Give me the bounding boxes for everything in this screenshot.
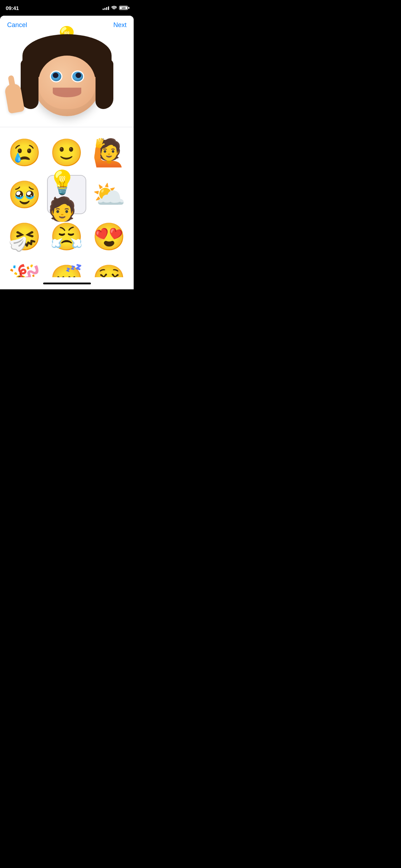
sticker-sleeping-emoji: 😴 [50, 265, 83, 278]
sticker-crying-emoji: 😢 [8, 139, 41, 166]
sticker-row-1: 😢 🙂 🙋 [4, 133, 130, 172]
cancel-button[interactable]: Cancel [7, 21, 27, 29]
battery-level: 100 [120, 6, 127, 9]
sticker-crying[interactable]: 😢 [5, 133, 44, 172]
sticker-huffing-emoji: 😤 [50, 223, 83, 250]
sticker-stop-emoji: 🙋 [92, 139, 126, 166]
memoji-figure [31, 45, 103, 116]
status-bar: 09:41 100 [0, 0, 134, 16]
sticker-huffing[interactable]: 😤 [47, 217, 86, 256]
home-indicator [0, 277, 134, 289]
status-time: 09:41 [6, 5, 19, 11]
home-bar [43, 283, 91, 284]
sticker-hearts[interactable]: 😍 [89, 217, 129, 256]
sticker-idea-selected[interactable]: 💡🧑 [47, 175, 86, 214]
wifi-icon [111, 5, 117, 11]
sticker-party[interactable]: 🎉 [5, 259, 44, 277]
sticker-sneezing-emoji: 🥹 [8, 181, 41, 208]
sticker-blowing-nose[interactable]: 🤧 [5, 217, 44, 256]
sticker-row-2: 🥹 💡🧑 ⛅ [4, 175, 130, 214]
signal-bars-icon [103, 6, 109, 10]
preview-area: 💡 [0, 34, 134, 127]
sticker-party-emoji: 🎉 [8, 265, 41, 278]
sticker-dizzy-emoji: 😵 [92, 265, 126, 278]
sticker-hearts-emoji: 😍 [92, 223, 126, 250]
main-container: Cancel Next 💡 [0, 16, 134, 289]
sticker-blowing-nose-emoji: 🤧 [8, 223, 41, 250]
sticker-sleeping[interactable]: 😴 [47, 259, 86, 277]
memoji-display: 💡 [24, 38, 110, 123]
sticker-sneezing[interactable]: 🥹 [5, 175, 44, 214]
sticker-dizzy[interactable]: 😵 [89, 259, 129, 277]
sticker-smiling[interactable]: 🙂 [47, 133, 86, 172]
battery-icon: 100 [119, 6, 128, 10]
next-button[interactable]: Next [113, 21, 127, 29]
sticker-stop[interactable]: 🙋 [89, 133, 129, 172]
sticker-row-4: 🎉 😴 😵 [4, 259, 130, 277]
sticker-dreaming-emoji: ⛅ [92, 181, 126, 208]
status-icons: 100 [103, 5, 128, 11]
sticker-grid: 😢 🙂 🙋 🥹 💡🧑 [0, 127, 134, 277]
sticker-dreaming[interactable]: ⛅ [89, 175, 129, 214]
sticker-row-3: 🤧 😤 😍 [4, 217, 130, 256]
sticker-smiling-emoji: 🙂 [50, 139, 83, 166]
sticker-idea-emoji: 💡🧑 [48, 168, 86, 221]
